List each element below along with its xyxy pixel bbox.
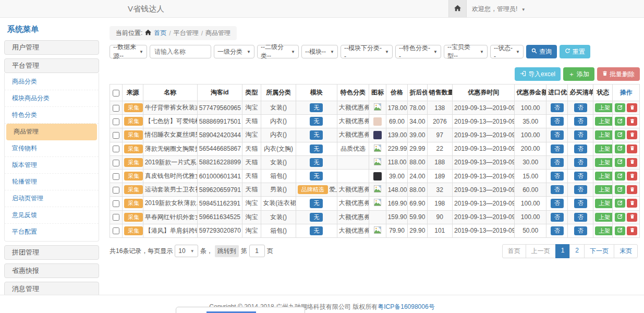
breadcrumb-home-link[interactable]: 首页 [154,29,166,38]
edit-button[interactable] [615,185,625,194]
must-buy-cell-toggle[interactable]: 否 [574,158,587,167]
edit-button[interactable] [615,199,625,208]
delete-button[interactable] [627,130,637,139]
icp-link[interactable]: 粤ICP备16098006号 [378,303,434,310]
pager-button-1[interactable]: 首页 [502,244,526,258]
module-badge[interactable]: 无 [310,145,323,153]
must-buy-cell-toggle[interactable]: 否 [574,185,587,194]
status-toggle[interactable]: 上架 [595,199,613,208]
sidebar-item-9[interactable]: 意见反馈 [5,207,99,224]
status-select[interactable]: --状态--▼ [490,45,524,58]
module-badge[interactable]: 品牌精选 [298,185,328,194]
edit-button[interactable] [615,158,625,167]
source-badge[interactable]: 采集 [124,226,143,235]
delete-button[interactable] [627,226,637,235]
must-buy-cell-toggle[interactable]: 否 [574,226,587,235]
edit-button[interactable] [615,103,625,112]
source-badge[interactable]: 采集 [124,172,143,180]
delete-button[interactable] [627,185,637,194]
row-checkbox[interactable] [113,146,119,152]
module-badge[interactable]: 无 [310,213,323,222]
must-buy-cell-toggle[interactable]: 否 [574,130,587,139]
status-toggle[interactable]: 上架 [595,145,613,153]
feature-category-select[interactable]: --特色分类--▼ [395,45,441,58]
data-source-select[interactable]: --数据来源--▼ [110,45,147,58]
user-menu[interactable]: 欢迎您，管理员! ▼ [472,5,526,14]
must-buy-cell-toggle[interactable]: 否 [574,199,587,208]
add-button[interactable]: ＋ 添加 [563,67,594,81]
edit-button[interactable] [615,172,625,180]
delete-button[interactable] [627,199,637,208]
import-select-cell-toggle[interactable]: 否 [551,117,564,126]
source-badge[interactable]: 采集 [124,213,143,222]
source-badge[interactable]: 采集 [124,130,143,139]
status-toggle[interactable]: 上架 [595,103,613,112]
edit-button[interactable] [615,213,625,222]
source-badge[interactable]: 采集 [124,185,143,194]
module-badge[interactable]: 无 [310,103,323,112]
import-select-cell-toggle[interactable]: 否 [551,158,564,167]
row-checkbox[interactable] [113,227,119,234]
source-badge[interactable]: 采集 [124,158,143,167]
import-select-cell-toggle[interactable]: 否 [551,103,564,112]
sidebar-item-6[interactable]: 版本管理 [5,157,99,174]
row-checkbox[interactable] [113,173,119,180]
pager-button-6[interactable]: 末页 [614,244,638,258]
pager-button-4[interactable]: 2 [569,244,585,258]
delete-button[interactable] [627,172,637,180]
batch-delete-button[interactable]: 批量删除 [597,67,640,81]
row-checkbox[interactable] [113,187,119,194]
sidebar-item-5[interactable]: 宣传物料 [5,140,99,157]
delete-button[interactable] [627,158,637,167]
must-buy-cell-toggle[interactable]: 否 [574,172,587,180]
sidebar-group-5[interactable]: 消息管理 [4,282,99,296]
module-badge[interactable]: 无 [310,172,323,180]
delete-button[interactable] [627,213,637,222]
import-select-cell-toggle[interactable]: 否 [551,226,564,235]
must-buy-cell-toggle[interactable]: 否 [574,103,587,112]
delete-button[interactable] [627,117,637,126]
row-checkbox[interactable] [113,105,119,112]
sidebar-item-1[interactable]: 商品分类 [5,74,99,90]
home-button[interactable] [448,0,467,17]
jump-page-input[interactable] [249,245,265,257]
status-toggle[interactable]: 上架 [595,117,613,126]
name-input[interactable] [150,45,211,58]
status-toggle[interactable]: 上架 [595,158,613,167]
edit-button[interactable] [615,117,625,126]
module-badge[interactable]: 无 [310,130,323,139]
module-badge[interactable]: 无 [310,199,323,208]
level1-category-select[interactable]: 一级分类▼ [214,45,254,58]
pager-button-3[interactable]: 1 [555,244,570,258]
import-select-cell-toggle[interactable]: 否 [551,199,564,208]
row-checkbox[interactable] [113,214,119,221]
status-toggle[interactable]: 上架 [595,130,613,139]
sidebar-group-3[interactable]: 拼团管理 [4,245,99,260]
import-select-cell-toggle[interactable]: 否 [551,213,564,222]
sidebar-group-2[interactable]: 平台管理 [4,58,99,73]
edit-button[interactable] [615,130,625,139]
status-toggle[interactable]: 上架 [595,172,613,180]
select-all-checkbox[interactable] [113,90,119,97]
module-select[interactable]: --模块--▼ [301,45,338,58]
sidebar-item-8[interactable]: 启动页管理 [5,190,99,207]
sidebar-item-7[interactable]: 轮播管理 [5,174,99,190]
sidebar-item-3[interactable]: 特色分类 [5,107,99,124]
import-excel-button[interactable]: 导入excel [515,67,561,81]
row-checkbox[interactable] [113,118,119,125]
source-badge[interactable]: 采集 [124,199,143,208]
must-buy-cell-toggle[interactable]: 否 [574,213,587,222]
delete-button[interactable] [627,103,637,112]
module-badge[interactable]: 无 [310,226,323,235]
row-checkbox[interactable] [113,160,119,166]
search-button[interactable]: 查询 [526,45,557,58]
edit-button[interactable] [615,226,625,235]
per-page-select[interactable]: 10 ▼ [175,245,198,257]
import-select-cell-toggle[interactable]: 否 [551,172,564,180]
import-select-cell-toggle[interactable]: 否 [551,130,564,139]
level2-category-select[interactable]: --二级分类--▼ [257,45,299,58]
must-buy-cell-toggle[interactable]: 否 [574,117,587,126]
source-badge[interactable]: 采集 [124,103,143,112]
row-checkbox[interactable] [113,132,119,139]
jump-button[interactable]: 跳转到 [215,245,239,257]
